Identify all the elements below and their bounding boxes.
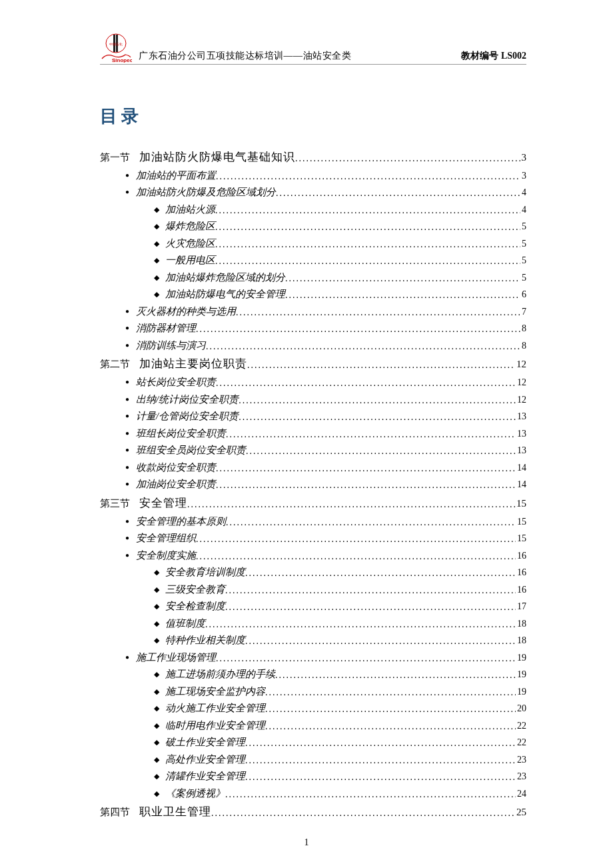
toc-leader-dots <box>245 769 516 785</box>
toc-leader-dots <box>285 287 520 303</box>
toc-title: 目录 <box>100 105 526 128</box>
toc-entry-title: 收款岗位安全职责 <box>136 459 216 477</box>
toc-section-label: 第三节 <box>100 495 130 513</box>
toc-entry[interactable]: 一般用电区5 <box>100 252 526 269</box>
toc-entry[interactable]: 清罐作业安全管理23 <box>100 768 526 785</box>
toc-leader-dots <box>239 393 516 409</box>
toc-entry-title: 动火施工作业安全管理 <box>165 700 265 717</box>
bullet-diamond-icon <box>148 288 165 301</box>
toc-leader-dots <box>247 357 515 373</box>
toc-entry[interactable]: 灭火器材的种类与选用7 <box>100 303 526 321</box>
toc-entry[interactable]: 高处作业安全管理23 <box>100 751 526 769</box>
bullet-disc-icon <box>119 376 136 389</box>
toc-leader-dots <box>216 169 520 185</box>
toc-entry[interactable]: 爆炸危险区5 <box>100 218 526 235</box>
toc-leader-dots <box>215 203 520 219</box>
toc-entry[interactable]: 安全检查制度17 <box>100 598 526 615</box>
toc-page-number: 12 <box>516 375 526 391</box>
toc-entry[interactable]: 加油站防火防爆及危险区域划分4 <box>100 184 526 201</box>
toc-leader-dots <box>245 735 516 751</box>
toc-entry[interactable]: 第三节安全管理15 <box>100 494 526 513</box>
toc-leader-dots <box>265 685 516 701</box>
toc-leader-dots <box>216 375 516 391</box>
toc-entry[interactable]: 计量/仓管岗位安全职责13 <box>100 408 526 425</box>
bullet-disc-icon <box>119 478 136 491</box>
toc-entry-title: 加油站的平面布置 <box>136 167 216 185</box>
toc-entry[interactable]: 班组长岗位安全职责13 <box>100 425 526 443</box>
toc-entry-title: 施工现场安全监护内容 <box>165 683 265 701</box>
toc-leader-dots <box>216 651 516 667</box>
bullet-diamond-icon <box>148 668 165 681</box>
toc-page-number: 18 <box>516 633 526 649</box>
bullet-diamond-icon <box>148 583 165 597</box>
bullet-diamond-icon <box>148 787 165 801</box>
toc-entry[interactable]: 施工进场前须办理的手续19 <box>100 666 526 683</box>
toc-entry[interactable]: 出纳/统计岗位安全职责12 <box>100 391 526 409</box>
toc-entry[interactable]: 加油站火源4 <box>100 201 526 219</box>
toc-entry[interactable]: 加油岗位安全职责14 <box>100 476 526 493</box>
toc-entry-title: 安全管理 <box>139 494 187 513</box>
toc-entry[interactable]: 施工作业现场管理19 <box>100 649 526 667</box>
toc-entry[interactable]: 加油站防爆电气的安全管理6 <box>100 286 526 303</box>
bullet-diamond-icon <box>148 600 165 613</box>
toc-entry[interactable]: 安全管理组织15 <box>100 530 526 547</box>
toc-entry[interactable]: 施工现场安全监护内容19 <box>100 683 526 701</box>
toc-page-number: 5 <box>520 236 526 252</box>
bullet-disc-icon <box>119 427 136 441</box>
toc-entry[interactable]: 三级安全教育16 <box>100 581 526 599</box>
toc-entry[interactable]: 动火施工作业安全管理20 <box>100 700 526 717</box>
toc-entry-title: 安全管理的基本原则 <box>136 513 226 531</box>
toc-entry[interactable]: 第一节加油站防火防爆电气基础知识3 <box>100 148 526 167</box>
toc-entry-title: 班组安全员岗位安全职责 <box>136 442 246 459</box>
toc-leader-dots <box>225 787 516 803</box>
toc-entry[interactable]: 安全管理的基本原则15 <box>100 513 526 531</box>
toc-entry[interactable]: 安全制度实施16 <box>100 547 526 565</box>
sinopec-logo: 中国石化 Sinopec <box>100 33 132 63</box>
toc-entry[interactable]: 加油站的平面布置3 <box>100 167 526 185</box>
toc-page-number: 8 <box>520 338 526 354</box>
toc-section-label: 第一节 <box>100 149 130 167</box>
toc-entry[interactable]: 值班制度18 <box>100 615 526 633</box>
toc-entry[interactable]: 加油站爆炸危险区域的划分5 <box>100 269 526 287</box>
toc-entry[interactable]: 站长岗位安全职责12 <box>100 374 526 391</box>
toc-entry[interactable]: 消防器材管理8 <box>100 320 526 337</box>
toc-entry[interactable]: 收款岗位安全职责14 <box>100 459 526 477</box>
bullet-disc-icon <box>119 322 136 335</box>
bullet-diamond-icon <box>148 220 165 233</box>
toc-page-number: 7 <box>520 304 526 320</box>
toc-entry[interactable]: 消防训练与演习8 <box>100 337 526 355</box>
toc-leader-dots <box>196 549 516 565</box>
toc-page-number: 3 <box>520 168 526 184</box>
toc-leader-dots <box>246 443 516 459</box>
header-code: 教材编号 LS002 <box>461 50 526 63</box>
toc-entry[interactable]: 班组安全员岗位安全职责13 <box>100 442 526 459</box>
toc-entry-title: 施工作业现场管理 <box>136 649 216 667</box>
toc-entry[interactable]: 特种作业相关制度18 <box>100 632 526 649</box>
toc-entry[interactable]: 火灾危险区5 <box>100 235 526 253</box>
bullet-diamond-icon <box>148 719 165 733</box>
toc-entry-title: 加油站防爆电气的安全管理 <box>165 286 285 303</box>
toc-entry-title: 加油岗位安全职责 <box>136 476 216 493</box>
toc-entry[interactable]: 临时用电作业安全管理22 <box>100 717 526 735</box>
toc-entry-title: 爆炸危险区 <box>165 218 215 235</box>
toc-entry[interactable]: 破土作业安全管理22 <box>100 734 526 751</box>
bullet-diamond-icon <box>148 271 165 285</box>
toc-leader-dots <box>239 409 516 425</box>
bullet-disc-icon <box>119 169 136 183</box>
toc-page-number: 24 <box>516 786 526 802</box>
bullet-diamond-icon <box>148 753 165 767</box>
toc-entry-title: 计量/仓管岗位安全职责 <box>136 408 239 425</box>
toc-entry-title: 火灾危险区 <box>165 235 215 253</box>
toc-leader-dots <box>215 253 520 269</box>
bullet-diamond-icon <box>148 254 165 267</box>
toc-leader-dots <box>225 599 516 615</box>
toc-leader-dots <box>265 719 516 735</box>
toc-entry[interactable]: 安全教育培训制度16 <box>100 564 526 581</box>
toc-entry[interactable]: 第四节职业卫生管理25 <box>100 803 526 822</box>
toc-page-number: 13 <box>516 426 526 442</box>
toc-entry[interactable]: 第二节加油站主要岗位职责12 <box>100 355 526 374</box>
toc-page-number: 23 <box>516 752 526 768</box>
bullet-disc-icon <box>119 393 136 407</box>
toc-page-number: 18 <box>516 616 526 632</box>
toc-entry[interactable]: 《案例透视》24 <box>100 785 526 803</box>
